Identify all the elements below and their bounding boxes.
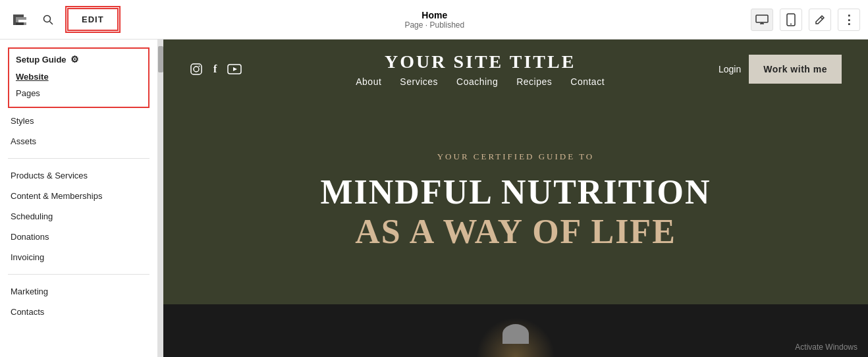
svg-point-11 [199, 66, 200, 67]
svg-rect-9 [191, 64, 202, 74]
setup-guide-item[interactable]: Setup Guide ⚙ [16, 54, 142, 69]
youtube-icon[interactable] [227, 64, 242, 74]
nav-link-services[interactable]: Services [400, 76, 438, 87]
top-bar-left: EDIT [8, 8, 119, 31]
sidebar-item-website[interactable]: Website [16, 69, 142, 85]
nav-link-about[interactable]: About [356, 76, 381, 87]
sidebar-item-contacts[interactable]: Contacts [0, 302, 157, 322]
top-bar-right: ⋮ [751, 9, 860, 31]
setup-guide-icon: ⚙ [70, 54, 79, 65]
facebook-icon[interactable]: f [213, 63, 217, 75]
svg-point-1 [44, 15, 51, 22]
hero-line2: AS A WAY OF LIFE [320, 212, 711, 252]
desktop-view-button[interactable] [751, 9, 773, 31]
sidebar-highlighted-section: Setup Guide ⚙ Website Pages [8, 47, 149, 108]
instagram-icon[interactable] [190, 63, 203, 76]
sidebar-item-scheduling[interactable]: Scheduling [0, 206, 157, 227]
svg-line-8 [821, 17, 823, 19]
svg-point-7 [790, 23, 792, 24]
site-header: f YOUR SITE TITLE About Services Coachin… [163, 40, 868, 99]
site-nav: About Services Coaching Recipes Contact [242, 76, 719, 87]
activate-windows-text: Activate Windows [795, 343, 857, 352]
svg-point-10 [194, 67, 199, 72]
site-header-social: f [190, 63, 242, 76]
lamp-bulb [502, 324, 529, 344]
hero-line1: MINDFUL NUTRITION [320, 173, 711, 212]
sidebar-item-styles[interactable]: Styles [0, 111, 157, 131]
hero-section: YOUR CERTIFIED GUIDE TO MINDFUL NUTRITIO… [163, 99, 868, 304]
sidebar-item-marketing[interactable]: Marketing [0, 281, 157, 302]
sidebar: Setup Guide ⚙ Website Pages Styles Asset… [0, 40, 158, 357]
nav-link-coaching[interactable]: Coaching [456, 76, 498, 87]
page-name: Home [421, 10, 447, 20]
sidebar-item-invoicing[interactable]: Invoicing [0, 247, 157, 267]
svg-line-2 [50, 21, 53, 24]
mobile-view-button[interactable] [780, 9, 802, 31]
hero-title: MINDFUL NUTRITION AS A WAY OF LIFE [320, 173, 711, 252]
page-status: Page · Published [404, 20, 464, 30]
sidebar-divider-1 [8, 158, 149, 159]
svg-marker-13 [233, 67, 237, 71]
scrollbar-thumb[interactable] [158, 46, 163, 72]
more-options-button[interactable]: ⋮ [838, 9, 860, 31]
squarespace-logo[interactable] [8, 9, 29, 30]
nav-link-recipes[interactable]: Recipes [516, 76, 552, 87]
sidebar-divider-2 [8, 274, 149, 275]
edit-mode-button[interactable] [809, 9, 831, 31]
login-link[interactable]: Login [719, 64, 741, 74]
hero-highlight: LIFE [591, 213, 676, 250]
top-bar-center: Home Page · Published [404, 10, 464, 30]
sidebar-item-assets[interactable]: Assets [0, 131, 157, 151]
edit-button[interactable]: EDIT [67, 8, 119, 31]
site-header-right: Login Work with me [719, 55, 842, 84]
top-bar: EDIT Home Page · Published ⋮ [0, 0, 868, 40]
site-title: YOUR SITE TITLE [242, 51, 719, 72]
work-with-me-button[interactable]: Work with me [749, 55, 842, 84]
setup-guide-label: Setup Guide [16, 55, 67, 65]
scrollbar[interactable] [158, 40, 163, 357]
site-header-center: YOUR SITE TITLE About Services Coaching … [242, 51, 719, 87]
nav-link-contact[interactable]: Contact [570, 76, 605, 87]
preview-area: f YOUR SITE TITLE About Services Coachin… [158, 40, 868, 357]
sidebar-item-donations[interactable]: Donations [0, 227, 157, 247]
main-layout: Setup Guide ⚙ Website Pages Styles Asset… [0, 40, 868, 357]
site-preview: f YOUR SITE TITLE About Services Coachin… [163, 40, 868, 357]
sidebar-item-pages[interactable]: Pages [16, 85, 142, 101]
svg-rect-3 [756, 15, 768, 22]
hero-subtitle: YOUR CERTIFIED GUIDE TO [437, 151, 595, 162]
search-button[interactable] [40, 11, 57, 28]
bottom-strip: Activate Windows [163, 304, 868, 357]
sidebar-item-content-memberships[interactable]: Content & Memberships [0, 186, 157, 206]
sidebar-item-products-services[interactable]: Products & Services [0, 165, 157, 186]
hero-line2-text: AS A WAY OF [355, 213, 591, 250]
